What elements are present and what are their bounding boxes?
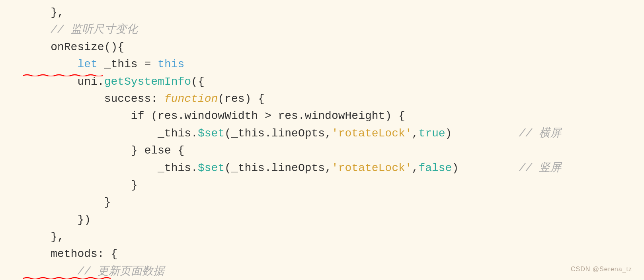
token: ) [452, 159, 519, 177]
token: , [412, 159, 419, 177]
watermark: CSDN @Serena_tz [571, 264, 632, 274]
token [24, 56, 77, 73]
code-line: } [24, 177, 620, 194]
token: let [77, 56, 97, 73]
token: 'rotateLock' [332, 159, 412, 177]
token: true [418, 125, 445, 142]
token: $set [198, 125, 224, 142]
code-line: }, [24, 228, 620, 245]
token: methods: { [24, 245, 117, 262]
code-line: success: function(res) { [24, 90, 620, 107]
token: }, [24, 4, 64, 21]
token: (res) { [218, 90, 265, 107]
token: }) [24, 211, 91, 228]
token: success: [24, 90, 164, 107]
token: this [158, 56, 184, 73]
code-line: // 更新页面数据 [24, 263, 620, 280]
red-underline-2 [23, 268, 111, 271]
token: // 横屏 [519, 125, 561, 142]
token: _this = [98, 56, 158, 73]
code-line: uni.getSystemInfo({ [24, 73, 620, 90]
token: } [24, 194, 111, 211]
code-line: // 监听尺寸变化 [24, 21, 620, 38]
code-block: }, // 监听尺寸变化 onResize(){ let _this = thi… [0, 0, 644, 280]
token: }, [24, 228, 64, 245]
token: (_this.lineOpts, [224, 159, 332, 177]
code-lines: }, // 监听尺寸变化 onResize(){ let _this = thi… [24, 4, 620, 280]
code-line: methods: { [24, 245, 620, 262]
token: ) [445, 125, 519, 142]
token: $set [198, 159, 224, 177]
token: ({ [191, 73, 205, 90]
code-line: }, [24, 4, 620, 21]
code-line: let _this = this [24, 56, 620, 73]
token: if (res.windowWidth > res.windowHeight) … [24, 107, 405, 124]
token: function [164, 90, 218, 107]
token: getSystemInfo [104, 73, 191, 90]
red-underline-1 [23, 65, 103, 68]
code-line: } [24, 194, 620, 211]
token: onResize(){ [24, 39, 124, 56]
code-line: onResize(){ [24, 39, 620, 56]
token: } else { [24, 142, 184, 159]
code-line: _this.$set(_this.lineOpts,'rotateLock',t… [24, 125, 620, 142]
token: 'rotateLock' [332, 125, 412, 142]
token: , [412, 125, 419, 142]
token: } [24, 177, 138, 194]
token: // 监听尺寸变化 [24, 21, 138, 38]
token: _this. [24, 125, 198, 142]
code-line: _this.$set(_this.lineOpts,'rotateLock',f… [24, 159, 620, 177]
token: _this. [24, 159, 198, 177]
token: false [418, 159, 452, 177]
token: (_this.lineOpts, [224, 125, 332, 142]
code-line: }) [24, 211, 620, 228]
code-line: } else { [24, 142, 620, 159]
code-line: if (res.windowWidth > res.windowHeight) … [24, 107, 620, 124]
token: // 竖屏 [519, 159, 561, 177]
